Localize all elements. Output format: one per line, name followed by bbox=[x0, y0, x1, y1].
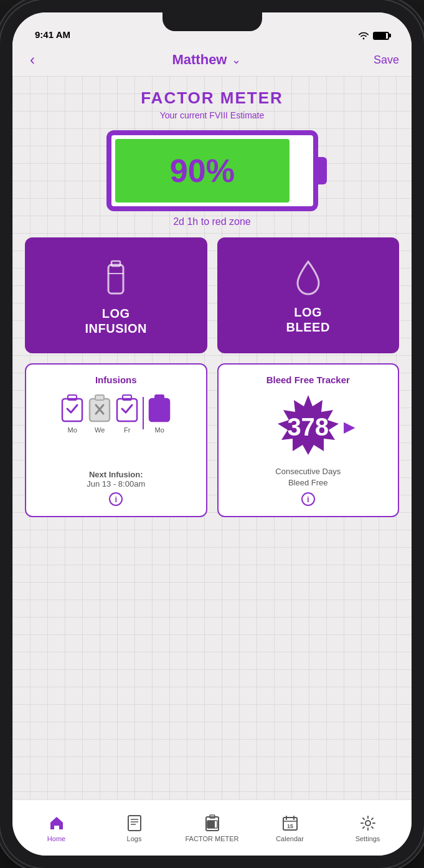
log-bleed-label: LOGBLEED bbox=[286, 305, 330, 335]
phone-screen: 9:41 AM ‹ Matthew ⌄ Save bbox=[12, 12, 412, 856]
day-label: Fr bbox=[124, 426, 130, 434]
factor-meter-subtitle: Your current FVIII Estimate bbox=[160, 110, 265, 120]
infusions-card: Infusions Mo bbox=[25, 363, 207, 517]
action-buttons-grid: LOGINFUSION LOGBLEED bbox=[25, 237, 399, 353]
header-nav: ‹ Matthew ⌄ Save bbox=[12, 44, 412, 76]
info-cards-grid: Infusions Mo bbox=[25, 363, 399, 517]
factor-meter-title: FACTOR METER bbox=[141, 88, 283, 108]
logs-icon bbox=[127, 814, 142, 832]
next-infusion-label: Next Infusion: bbox=[87, 470, 145, 479]
starburst-container: 378 bbox=[274, 393, 342, 461]
day-label: Mo bbox=[68, 426, 77, 434]
infusions-info-icon[interactable]: i bbox=[109, 492, 123, 506]
factor-meter-tab-icon bbox=[205, 814, 219, 832]
settings-icon bbox=[360, 814, 376, 832]
back-button[interactable]: ‹ bbox=[25, 49, 40, 71]
wifi-icon bbox=[358, 31, 369, 40]
status-icons bbox=[358, 31, 389, 40]
infusion-schedule: Mo We bbox=[60, 393, 171, 434]
day-label: Mo bbox=[155, 426, 164, 434]
svg-point-27 bbox=[365, 821, 370, 826]
next-infusion-section: Next Infusion: Jun 13 - 8:00am bbox=[87, 470, 145, 489]
time-to-red-zone: 2d 1h to red zone bbox=[173, 216, 251, 227]
home-icon bbox=[49, 814, 65, 832]
svg-rect-14 bbox=[128, 816, 141, 831]
divider bbox=[143, 397, 144, 429]
tab-home[interactable]: Home bbox=[17, 809, 95, 847]
infusion-day-mo-2: Mo bbox=[148, 393, 171, 434]
tab-bar: Home Logs bbox=[12, 799, 412, 856]
chevron-down-icon[interactable]: ⌄ bbox=[232, 53, 241, 67]
status-time: 9:41 AM bbox=[35, 29, 70, 40]
infusion-day-fr: Fr bbox=[115, 393, 139, 434]
tab-settings[interactable]: Settings bbox=[329, 809, 407, 847]
bleed-free-count: 378 bbox=[287, 413, 329, 441]
tab-calendar-label: Calendar bbox=[276, 835, 304, 842]
nav-title-area: Matthew ⌄ bbox=[172, 52, 241, 68]
battery-meter: 90% bbox=[106, 130, 318, 211]
bleed-tracker-info-icon[interactable]: i bbox=[301, 492, 315, 506]
tab-home-label: Home bbox=[47, 835, 65, 842]
factor-meter-section: FACTOR METER Your current FVIII Estimate… bbox=[25, 88, 399, 227]
nav-title: Matthew bbox=[172, 52, 227, 68]
drop-icon bbox=[293, 257, 324, 297]
log-infusion-button[interactable]: LOGINFUSION bbox=[25, 237, 207, 353]
svg-rect-12 bbox=[155, 395, 164, 400]
tab-factor-meter[interactable]: FACTOR METER bbox=[173, 809, 251, 847]
save-button[interactable]: Save bbox=[374, 54, 399, 67]
tab-factor-meter-label: FACTOR METER bbox=[186, 835, 239, 842]
svg-rect-21 bbox=[207, 821, 215, 828]
bleed-tracker-title: Bleed Free Tracker bbox=[266, 374, 350, 385]
svg-rect-1 bbox=[111, 261, 120, 266]
svg-text:15: 15 bbox=[286, 823, 293, 829]
calendar-icon: 15 bbox=[282, 814, 298, 832]
battery-meter-container: 90% bbox=[25, 130, 399, 211]
next-infusion-date: Jun 13 - 8:00am bbox=[87, 479, 145, 489]
log-bleed-button[interactable]: LOGBLEED bbox=[217, 237, 400, 353]
log-infusion-label: LOGINFUSION bbox=[85, 306, 147, 336]
infusion-day-we: We bbox=[88, 393, 111, 434]
notch bbox=[163, 12, 262, 31]
main-content: FACTOR METER Your current FVIII Estimate… bbox=[12, 76, 412, 799]
infusion-day-mo-1: Mo bbox=[60, 393, 84, 434]
day-label: We bbox=[95, 426, 105, 434]
svg-rect-11 bbox=[149, 399, 169, 421]
tab-logs-label: Logs bbox=[127, 835, 142, 842]
svg-rect-0 bbox=[108, 265, 123, 293]
bottle-icon bbox=[100, 255, 132, 298]
bleed-tracker-card: Bleed Free Tracker 378 ▶ bbox=[217, 363, 400, 517]
infusions-card-title: Infusions bbox=[95, 374, 137, 385]
battery-status-icon bbox=[373, 32, 389, 40]
bleed-tracker: 378 ▶ Consecutive Days Bleed Free bbox=[274, 393, 342, 489]
play-button-icon[interactable]: ▶ bbox=[344, 418, 355, 436]
battery-fill bbox=[374, 33, 386, 39]
tab-calendar[interactable]: 15 Calendar bbox=[251, 809, 329, 847]
bleed-free-text: Consecutive Days Bleed Free bbox=[275, 466, 341, 489]
svg-rect-6 bbox=[95, 395, 104, 400]
tab-logs[interactable]: Logs bbox=[95, 809, 173, 847]
battery-percentage: 90% bbox=[170, 152, 235, 189]
battery-fill-green: 90% bbox=[115, 139, 290, 203]
phone-frame: 9:41 AM ‹ Matthew ⌄ Save bbox=[0, 0, 424, 868]
tab-settings-label: Settings bbox=[356, 835, 380, 842]
